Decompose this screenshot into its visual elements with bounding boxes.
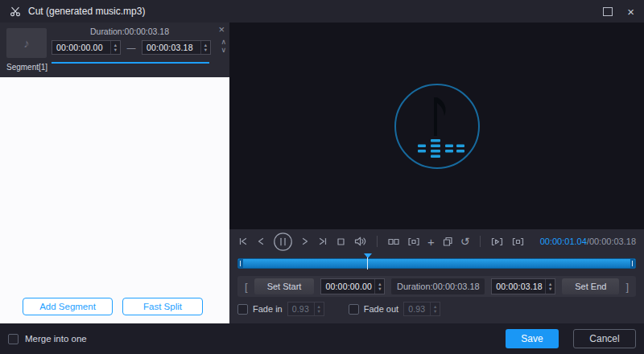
segment-reorder-controls: ∧ ∨ xyxy=(221,39,226,54)
fade-out-value: 0.93 xyxy=(404,303,430,315)
segment-list-panel: ♪ Duration:00:00:03.18 00:00:00.00 ▴ ▾ —… xyxy=(0,23,229,323)
spinner-down-icon[interactable]: ▾ xyxy=(201,47,210,52)
save-button[interactable]: Save xyxy=(506,329,559,348)
playhead-line xyxy=(367,257,368,270)
spinner-down-icon[interactable]: ▾ xyxy=(375,286,384,291)
add-segment-button[interactable]: Add Segment xyxy=(23,298,113,315)
fade-out-input[interactable]: 0.93 ▴ ▾ xyxy=(403,302,440,316)
timeline xyxy=(237,254,636,272)
preview-stop-button[interactable] xyxy=(511,237,525,247)
transport-row: + ↺ 00:00:01.04/00:00:03.18 xyxy=(229,229,644,253)
music-note-thumb-icon: ♪ xyxy=(23,36,30,50)
segment-close-icon[interactable]: × xyxy=(218,24,225,35)
trim-start-value: 00:00:00.00 xyxy=(321,279,374,294)
cut-dialog: Cut (generated music.mp3) × ♪ Duration:0… xyxy=(0,0,644,354)
split-icon[interactable] xyxy=(387,237,400,247)
merge-checkbox[interactable] xyxy=(8,334,19,344)
trim-start-input[interactable]: 00:00:00.00 ▴ ▾ xyxy=(320,278,385,294)
window-controls: × xyxy=(603,6,634,18)
merge-label: Merge into one xyxy=(25,334,87,344)
timeline-row xyxy=(237,254,636,272)
segment-actions: Add Segment Fast Split xyxy=(23,298,203,315)
reset-icon[interactable]: ↺ xyxy=(460,236,470,247)
trim-row: [ Set Start 00:00:00.00 ▴ ▾ Duration:00:… xyxy=(237,276,636,297)
window-title: Cut (generated music.mp3) xyxy=(28,6,145,17)
segment-item[interactable]: ♪ Duration:00:00:03.18 00:00:00.00 ▴ ▾ —… xyxy=(0,23,229,77)
trim-end-value: 00:00:03.18 xyxy=(492,279,545,294)
fade-in-value: 0.93 xyxy=(288,303,314,315)
timeline-end-handle[interactable] xyxy=(630,259,635,268)
fade-in-checkbox[interactable] xyxy=(237,304,248,315)
set-start-button[interactable]: Set Start xyxy=(254,278,315,294)
cancel-button[interactable]: Cancel xyxy=(573,329,636,348)
timeline-start-handle[interactable] xyxy=(238,259,243,268)
set-end-button[interactable]: Set End xyxy=(562,278,619,294)
segment-duration-label: Duration:00:00:03.18 xyxy=(50,27,209,36)
preview-area xyxy=(229,23,644,229)
close-icon[interactable]: × xyxy=(627,6,634,18)
spinner-down-icon[interactable]: ▾ xyxy=(431,309,440,314)
copy-segment-icon[interactable] xyxy=(442,236,453,247)
step-backward-button[interactable] xyxy=(256,236,266,247)
maximize-icon[interactable] xyxy=(603,7,613,16)
open-bracket: [ xyxy=(245,281,248,293)
chevron-up-icon[interactable]: ∧ xyxy=(221,39,226,46)
segment-end-value: 00:00:03.18 xyxy=(142,41,200,54)
fade-in-label: Fade in xyxy=(253,304,283,314)
timeline-track[interactable] xyxy=(237,258,636,269)
fade-out-spinner: ▴ ▾ xyxy=(430,303,440,315)
close-bracket: ] xyxy=(625,281,629,293)
skip-start-button[interactable] xyxy=(237,236,249,247)
segment-end-input[interactable]: 00:00:03.18 ▴ ▾ xyxy=(142,40,211,55)
segment-start-input[interactable]: 00:00:00.00 ▴ ▾ xyxy=(52,40,121,55)
trim-start-spinner: ▴ ▾ xyxy=(374,279,384,294)
segment-thumbnail: ♪ xyxy=(6,28,47,58)
play-pause-button[interactable] xyxy=(273,232,293,252)
segment-end-spinner: ▴ ▾ xyxy=(200,41,210,54)
scissors-icon xyxy=(10,6,21,17)
fade-out-checkbox[interactable] xyxy=(349,304,359,315)
trim-end-input[interactable]: 00:00:03.18 ▴ ▾ xyxy=(491,278,555,294)
fast-split-button[interactable]: Fast Split xyxy=(122,298,203,315)
segment-start-value: 00:00:00.00 xyxy=(52,41,110,54)
spinner-down-icon[interactable]: ▾ xyxy=(111,47,120,52)
trim-end-spinner: ▴ ▾ xyxy=(545,279,555,294)
titlebar: Cut (generated music.mp3) × xyxy=(0,0,644,23)
fade-row: Fade in 0.93 ▴ ▾ Fade out 0.93 ▴ ▾ xyxy=(237,300,636,318)
split-selection-icon[interactable] xyxy=(407,237,420,247)
time-display: 00:00:01.04/00:00:03.18 xyxy=(540,237,636,246)
footer-bar: Merge into one Save Cancel xyxy=(0,323,644,354)
add-segment-icon[interactable]: + xyxy=(427,236,435,248)
fade-out-label: Fade out xyxy=(364,304,398,314)
segment-timeline-bar xyxy=(52,62,209,64)
separator xyxy=(377,236,378,247)
fade-in-input[interactable]: 0.93 ▴ ▾ xyxy=(287,302,324,316)
segment-time-inputs: 00:00:00.00 ▴ ▾ — 00:00:03.18 ▴ ▾ xyxy=(52,40,211,55)
fade-in-spinner: ▴ ▾ xyxy=(314,303,324,315)
step-forward-button[interactable] xyxy=(300,236,310,247)
segment-label: Segment[1] xyxy=(6,63,47,72)
volume-button[interactable] xyxy=(353,236,367,247)
chevron-down-icon[interactable]: ∨ xyxy=(221,47,226,54)
separator xyxy=(480,236,481,247)
trim-duration-label: Duration:00:00:03.18 xyxy=(391,278,485,294)
segment-start-spinner: ▴ ▾ xyxy=(110,41,120,54)
current-time: 00:00:01.04 xyxy=(540,237,587,246)
range-dash: — xyxy=(127,43,136,52)
total-time: /00:00:03.18 xyxy=(587,237,636,246)
preview-play-button[interactable] xyxy=(490,237,504,247)
spinner-down-icon[interactable]: ▾ xyxy=(546,286,555,291)
skip-end-button[interactable] xyxy=(317,236,328,247)
player-controls-panel: + ↺ 00:00:01.04/00:00:03.18 xyxy=(229,229,644,323)
audio-emblem-icon xyxy=(386,75,489,178)
spinner-down-icon[interactable]: ▾ xyxy=(315,309,324,314)
stop-button[interactable] xyxy=(336,237,346,247)
